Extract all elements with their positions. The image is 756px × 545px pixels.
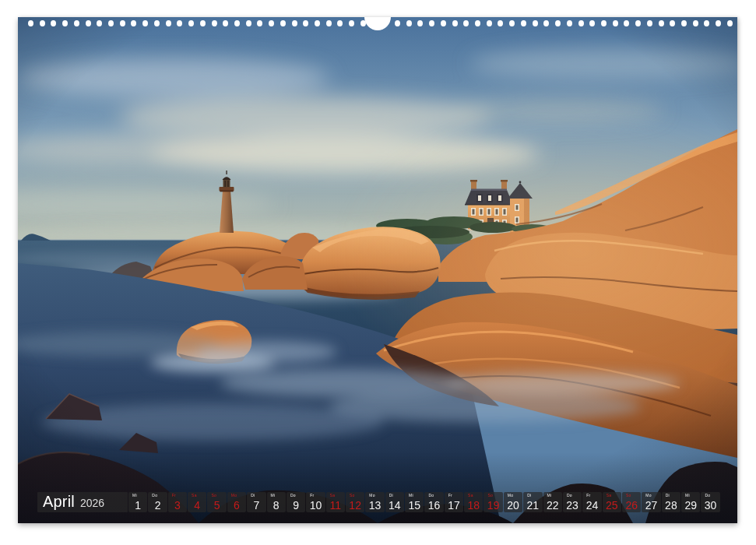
day-number: 8 <box>267 499 286 512</box>
calendar-day-5: So5 <box>207 492 226 512</box>
punch-hole <box>647 20 652 26</box>
day-number: 27 <box>642 499 660 512</box>
weekday-abbr: Mi <box>132 493 137 498</box>
weekday-abbr: Mi <box>547 493 552 498</box>
weekday-abbr: Fr <box>448 493 452 498</box>
punch-hole <box>40 20 45 26</box>
weekday-abbr: Di <box>527 493 531 498</box>
day-number: 20 <box>504 499 522 512</box>
punch-hole <box>108 20 114 26</box>
calendar-day-21: Di21 <box>523 492 542 512</box>
calendar-day-7: Di7 <box>247 492 265 512</box>
weekday-abbr: Mo <box>508 493 514 498</box>
calendar-day-18: Sa18 <box>464 492 483 512</box>
punch-hole <box>154 20 160 26</box>
calendar-day-4: Sa4 <box>188 492 206 512</box>
calendar-day-25: Sa25 <box>603 492 621 512</box>
calendar-day-16: Do16 <box>424 492 443 512</box>
punch-hole <box>693 20 698 26</box>
calendar-day-23: Do23 <box>563 492 582 512</box>
weekday-abbr: Mi <box>685 493 690 498</box>
calendar-day-14: Di14 <box>385 492 404 512</box>
weekday-abbr: Sa <box>468 493 473 498</box>
punch-hole <box>521 20 526 26</box>
punch-hole <box>567 20 572 26</box>
day-number: 11 <box>326 499 345 512</box>
day-number: 3 <box>168 499 187 512</box>
day-number: 10 <box>306 499 325 512</box>
calendar-day-19: So19 <box>483 492 502 512</box>
day-number: 23 <box>563 499 582 512</box>
weekday-abbr: So <box>626 493 631 498</box>
calendar-day-24: Fr24 <box>582 492 601 512</box>
punch-hole <box>292 20 297 26</box>
calendar-day-29: Mi29 <box>681 492 700 512</box>
day-number: 18 <box>464 499 483 512</box>
day-number: 5 <box>207 499 226 512</box>
weekday-abbr: Do <box>290 493 296 498</box>
calendar-product-page: April 2026 Mi1Do2Fr3Sa4So5Mo6Di7Mi8Do9Fr… <box>0 0 756 545</box>
day-number: 9 <box>287 499 305 512</box>
punch-hole <box>28 20 33 26</box>
punch-hole <box>395 20 400 26</box>
day-number: 2 <box>148 499 167 512</box>
day-number: 25 <box>603 499 621 512</box>
weekday-abbr: So <box>211 493 216 498</box>
weekday-abbr: Fr <box>310 493 314 498</box>
calendar-day-9: Do9 <box>287 492 305 512</box>
year-label: 2026 <box>80 494 104 513</box>
day-number: 17 <box>445 499 463 512</box>
calendar-day-20: Mo20 <box>504 492 522 512</box>
punch-hole <box>659 20 664 26</box>
calendar-days: Mi1Do2Fr3Sa4So5Mo6Di7Mi8Do9Fr10Sa11So12M… <box>128 492 720 512</box>
punch-hole <box>280 20 286 26</box>
day-number: 4 <box>188 499 206 512</box>
calendar-day-30: Do30 <box>701 492 719 512</box>
punch-hole <box>234 20 240 26</box>
punch-hole <box>441 20 446 26</box>
weekday-abbr: Mo <box>645 493 652 498</box>
day-number: 15 <box>405 499 424 512</box>
punch-hole <box>212 20 217 26</box>
landscape-photo <box>18 17 737 523</box>
day-number: 29 <box>681 499 700 512</box>
punch-hole <box>120 20 125 26</box>
weekday-abbr: Do <box>428 493 434 498</box>
calendar-day-3: Fr3 <box>168 492 187 512</box>
day-number: 30 <box>701 499 719 512</box>
calendar-day-12: So12 <box>346 492 364 512</box>
day-number: 26 <box>622 499 641 512</box>
calendar-day-8: Mi8 <box>267 492 286 512</box>
punch-hole <box>326 20 332 26</box>
punch-hole <box>475 20 480 26</box>
weekday-abbr: Mi <box>409 493 413 498</box>
day-number: 19 <box>483 499 502 512</box>
weekday-abbr: Sa <box>192 493 197 498</box>
calendar-day-27: Mo27 <box>642 492 660 512</box>
weekday-abbr: Do <box>705 493 710 498</box>
weekday-abbr: Do <box>152 493 157 498</box>
weekday-abbr: So <box>487 493 493 498</box>
calendar-day-26: So26 <box>622 492 641 512</box>
punch-hole <box>246 20 251 26</box>
punch-hole <box>315 20 320 26</box>
day-number: 22 <box>543 499 562 512</box>
weekday-abbr: Di <box>389 493 393 498</box>
calendar-day-15: Mi15 <box>405 492 424 512</box>
punch-hole <box>452 20 458 26</box>
month-label: April 2026 <box>37 492 128 512</box>
day-number: 14 <box>385 499 404 512</box>
punch-hole <box>578 20 584 26</box>
calendar-day-10: Fr10 <box>306 492 325 512</box>
day-number: 1 <box>128 499 147 512</box>
punch-hole <box>533 20 538 26</box>
calendar-day-28: Di28 <box>662 492 680 512</box>
day-number: 16 <box>424 499 443 512</box>
calendar-day-13: Mo13 <box>365 492 384 512</box>
calendar-sheet: April 2026 Mi1Do2Fr3Sa4So5Mo6Di7Mi8Do9Fr… <box>18 17 737 523</box>
punch-hole <box>613 20 618 26</box>
day-number: 24 <box>582 499 601 512</box>
punch-hole <box>166 20 171 26</box>
punch-hole <box>86 20 91 26</box>
punch-hole <box>487 20 492 26</box>
